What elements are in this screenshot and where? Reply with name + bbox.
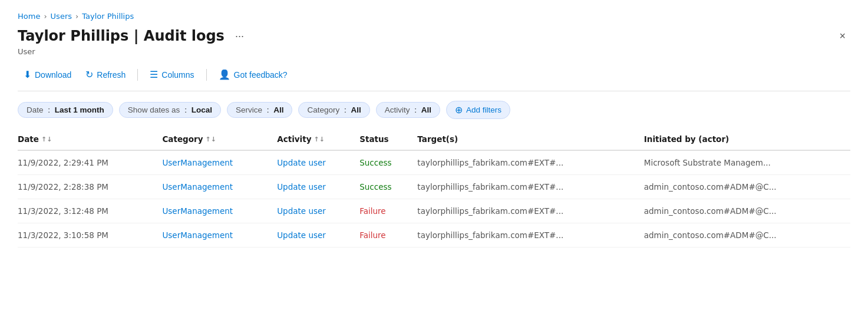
cell-category-0: UserManagement	[162, 150, 277, 175]
audit-log-table: Date ↑↓ Category ↑↓ Activity ↑↓	[18, 128, 850, 248]
refresh-icon: ↻	[85, 69, 93, 80]
cell-targets-0: taylorphillips_fabrikam.com#EXT#...	[417, 150, 643, 175]
cell-activity-3: Update user	[277, 223, 359, 248]
download-icon: ⬇	[24, 69, 31, 80]
activity-filter-label: Activity	[385, 105, 410, 114]
cell-category-2: UserManagement	[162, 199, 277, 223]
table-header: Date ↑↓ Category ↑↓ Activity ↑↓	[18, 128, 850, 150]
activity-filter-value: All	[421, 105, 431, 114]
cell-actor-1: admin_contoso.com#ADM#@C...	[644, 175, 850, 199]
service-filter[interactable]: Service : All	[227, 102, 293, 118]
main-container: Home › Users › Taylor Phillips Taylor Ph…	[0, 0, 868, 259]
add-filters-icon: ⊕	[455, 104, 463, 116]
cell-activity-1: Update user	[277, 175, 359, 199]
breadcrumb-separator-2: ›	[75, 12, 78, 21]
table-container: Date ↑↓ Category ↑↓ Activity ↑↓	[18, 128, 850, 248]
cell-date-0: 11/9/2022, 2:29:41 PM	[18, 150, 162, 175]
breadcrumb: Home › Users › Taylor Phillips	[18, 12, 850, 21]
sort-icon-activity[interactable]: ↑↓	[313, 136, 324, 143]
category-separator: :	[342, 105, 348, 114]
service-filter-value: All	[273, 105, 283, 114]
feedback-label: Got feedback?	[234, 70, 288, 80]
col-activity: Activity ↑↓	[277, 128, 359, 150]
filters-row: Date : Last 1 month Show dates as : Loca…	[18, 101, 850, 119]
feedback-icon: 👤	[219, 69, 230, 80]
cell-category-1: UserManagement	[162, 175, 277, 199]
sort-icon-date[interactable]: ↑↓	[41, 136, 52, 143]
table-row[interactable]: 11/3/2022, 3:12:48 PM UserManagement Upd…	[18, 199, 850, 223]
col-status: Status	[359, 128, 417, 150]
date-filter[interactable]: Date : Last 1 month	[18, 102, 113, 118]
add-filters-button[interactable]: ⊕ Add filters	[446, 101, 510, 119]
table-row[interactable]: 11/9/2022, 2:29:41 PM UserManagement Upd…	[18, 150, 850, 175]
category-filter-label: Category	[307, 105, 339, 114]
service-filter-label: Service	[236, 105, 262, 114]
cell-activity-2: Update user	[277, 199, 359, 223]
cell-status-1: Success	[359, 175, 417, 199]
ellipsis-button[interactable]: ···	[232, 29, 247, 42]
cell-actor-0: Microsoft Substrate Managem...	[644, 150, 850, 175]
add-filters-label: Add filters	[466, 105, 501, 114]
cell-date-2: 11/3/2022, 3:12:48 PM	[18, 199, 162, 223]
show-dates-filter[interactable]: Show dates as : Local	[119, 102, 221, 118]
download-label: Download	[35, 70, 71, 80]
activity-separator: :	[412, 105, 419, 114]
cell-date-1: 11/9/2022, 2:28:38 PM	[18, 175, 162, 199]
cell-status-3: Failure	[359, 223, 417, 248]
table-body: 11/9/2022, 2:29:41 PM UserManagement Upd…	[18, 150, 850, 248]
columns-icon: ☰	[150, 69, 158, 80]
columns-label: Columns	[161, 70, 194, 80]
show-dates-separator: :	[182, 105, 189, 114]
category-filter-value: All	[351, 105, 361, 114]
refresh-label: Refresh	[97, 70, 126, 80]
table-row[interactable]: 11/9/2022, 2:28:38 PM UserManagement Upd…	[18, 175, 850, 199]
sort-icon-category[interactable]: ↑↓	[205, 136, 216, 143]
service-separator: :	[265, 105, 271, 114]
page-title: Taylor Phillips | Audit logs	[18, 28, 225, 44]
date-filter-value: Last 1 month	[55, 105, 104, 114]
toolbar: ⬇ Download ↻ Refresh ☰ Columns 👤 Got fee…	[18, 65, 850, 91]
table-row[interactable]: 11/3/2022, 3:10:58 PM UserManagement Upd…	[18, 223, 850, 248]
breadcrumb-taylor-phillips[interactable]: Taylor Phillips	[82, 12, 134, 21]
show-dates-filter-value: Local	[192, 105, 212, 114]
col-actor: Initiated by (actor)	[644, 128, 850, 150]
col-category: Category ↑↓	[162, 128, 277, 150]
download-button[interactable]: ⬇ Download	[18, 65, 77, 84]
breadcrumb-separator-1: ›	[44, 12, 47, 21]
cell-category-3: UserManagement	[162, 223, 277, 248]
show-dates-filter-label: Show dates as	[128, 105, 180, 114]
date-filter-separator: :	[46, 105, 52, 114]
refresh-button[interactable]: ↻ Refresh	[80, 65, 131, 84]
category-filter[interactable]: Category : All	[298, 102, 369, 118]
toolbar-separator-2	[206, 69, 207, 81]
breadcrumb-users[interactable]: Users	[51, 12, 72, 21]
cell-targets-3: taylorphillips_fabrikam.com#EXT#...	[417, 223, 643, 248]
header-row: Taylor Phillips | Audit logs ··· ×	[18, 28, 850, 45]
col-date: Date ↑↓	[18, 128, 162, 150]
cell-targets-2: taylorphillips_fabrikam.com#EXT#...	[417, 199, 643, 223]
title-area: Taylor Phillips | Audit logs ···	[18, 28, 247, 44]
cell-actor-2: admin_contoso.com#ADM#@C...	[644, 199, 850, 223]
cell-status-0: Success	[359, 150, 417, 175]
columns-button[interactable]: ☰ Columns	[144, 65, 200, 84]
feedback-button[interactable]: 👤 Got feedback?	[213, 65, 293, 84]
cell-targets-1: taylorphillips_fabrikam.com#EXT#...	[417, 175, 643, 199]
date-filter-label: Date	[27, 105, 44, 114]
breadcrumb-home[interactable]: Home	[18, 12, 40, 21]
col-targets: Target(s)	[417, 128, 643, 150]
cell-date-3: 11/3/2022, 3:10:58 PM	[18, 223, 162, 248]
close-button[interactable]: ×	[834, 28, 850, 45]
cell-status-2: Failure	[359, 199, 417, 223]
activity-filter[interactable]: Activity : All	[376, 102, 440, 118]
cell-activity-0: Update user	[277, 150, 359, 175]
page-subtitle: User	[18, 47, 850, 56]
cell-actor-3: admin_contoso.com#ADM#@C...	[644, 223, 850, 248]
toolbar-separator-1	[137, 69, 138, 81]
